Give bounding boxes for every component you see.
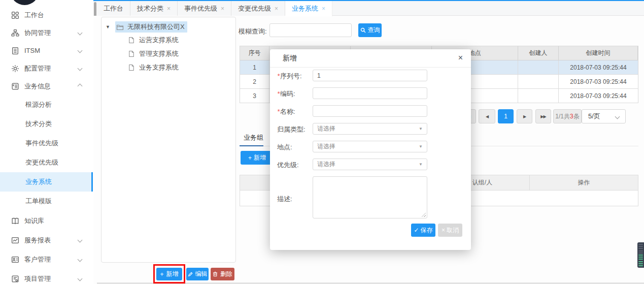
pagination-info: 1/1共3条: [553, 109, 582, 123]
plus-icon: +: [160, 271, 163, 278]
pagination-page-1[interactable]: 1: [498, 109, 514, 123]
tree-root-selected[interactable]: 无限科技有限公司X: [115, 21, 187, 33]
cell-creator: [518, 89, 559, 103]
search-button[interactable]: 查询: [358, 23, 382, 37]
desc-label: 描述:: [277, 195, 292, 204]
grid-icon: [11, 11, 19, 19]
close-icon[interactable]: ×: [275, 5, 278, 12]
tab-tech-category[interactable]: 技术分类 ×: [130, 1, 178, 16]
sidebar-item-label: ITSM: [24, 47, 40, 54]
page-size-select[interactable]: 5/页: [582, 109, 626, 123]
tree-node-mgmt-support[interactable]: 管理支撑系统: [128, 49, 179, 58]
save-button[interactable]: ✓ 保存: [411, 224, 435, 237]
count-number: 3: [570, 113, 573, 120]
required-asterisk: *: [277, 108, 280, 115]
sidebar-item-config[interactable]: 配置管理: [0, 59, 93, 77]
seq-input[interactable]: 1: [313, 70, 427, 81]
cell-seq: 3: [240, 89, 269, 103]
seq-value: 1: [317, 72, 321, 79]
file-icon: [128, 64, 135, 72]
desc-textarea[interactable]: [313, 176, 427, 218]
sidebar-subitem-incident-priority[interactable]: 事件优先级: [0, 134, 93, 153]
tree-node-business-support[interactable]: 业务支撑系统: [128, 63, 179, 72]
caret-down-icon: ▼: [419, 127, 423, 131]
priority-select[interactable]: 请选择 ▼: [313, 159, 427, 170]
sidebar-subitem-business-system[interactable]: 业务系统: [0, 172, 93, 192]
group-add-button[interactable]: + 新增: [241, 151, 274, 165]
name-input[interactable]: [313, 105, 427, 117]
list-icon: [11, 82, 19, 90]
cell-seq: 2: [240, 75, 269, 89]
count-prefix: 1/1共: [555, 112, 570, 121]
tab-workbench[interactable]: 工作台: [97, 1, 130, 16]
sidebar-item-project-mgmt[interactable]: 项目管理: [0, 270, 93, 284]
sidebar-subitem-ticket-template[interactable]: 工单模版: [0, 192, 93, 211]
tree-root-node[interactable]: ▼ 无限科技有限公司X: [106, 21, 187, 33]
chart-icon: [11, 236, 19, 244]
tab-incident-priority[interactable]: 事件优先级 ×: [178, 1, 231, 16]
sidebar-subitem-change-priority[interactable]: 变更优先级: [0, 153, 93, 172]
resize-handle-icon[interactable]: [421, 212, 426, 217]
folder-open-icon: [116, 23, 124, 31]
app-window: 工作台 协同管理 ITSM 配置管理: [0, 0, 644, 284]
tab-change-priority[interactable]: 变更优先级 ×: [231, 1, 285, 16]
count-suffix: 条: [573, 112, 580, 121]
tab-label: 事件优先级: [184, 4, 217, 13]
tree-node-operation-support[interactable]: 运营支撑系统: [128, 36, 179, 45]
label-text: 序列号:: [280, 72, 302, 80]
sidebar-item-label: 服务报表: [24, 236, 51, 245]
fuzzy-search-label: 模糊查询:: [239, 27, 267, 36]
sidebar-subitem-root-analysis[interactable]: 根源分析: [0, 95, 93, 114]
name-label: *名称:: [277, 107, 295, 116]
sidebar-item-customer-mgmt[interactable]: 客户管理: [0, 250, 93, 268]
sidebar-item-label: 协同管理: [24, 28, 51, 38]
close-icon[interactable]: ×: [221, 5, 224, 12]
select-placeholder: 请选择: [317, 160, 335, 169]
pagination-prev-button[interactable]: ◀: [479, 109, 495, 123]
chevron-down-icon: [78, 238, 83, 243]
close-icon[interactable]: ×: [167, 5, 171, 12]
search-button-label: 查询: [368, 26, 380, 35]
tree-delete-button[interactable]: 删除: [211, 268, 234, 280]
trash-icon: [213, 271, 218, 277]
sidebar-subitem-tech-category[interactable]: 技术分类: [0, 114, 93, 134]
subitem-label: 变更优先级: [25, 158, 58, 167]
pagination-next-button[interactable]: ▶: [517, 109, 532, 123]
tree-edit-button[interactable]: 编辑: [186, 268, 209, 280]
tab-label: 业务系统: [292, 4, 318, 13]
page-size-value: 5/页: [588, 112, 600, 121]
sidebar-item-label: 知识库: [24, 216, 44, 226]
page-number: 1: [504, 113, 507, 120]
required-asterisk: *: [277, 72, 280, 80]
sidebar-item-business-info[interactable]: 业务信息: [0, 77, 93, 95]
subitem-label: 业务系统: [25, 177, 52, 186]
close-icon[interactable]: ×: [322, 5, 325, 12]
tree-expander-icon[interactable]: ▼: [106, 24, 110, 29]
caret-down-icon: ▼: [419, 144, 423, 149]
cancel-button-label: 取消: [447, 226, 459, 235]
customer-icon: [11, 256, 19, 264]
close-icon[interactable]: ×: [458, 53, 463, 62]
col-creator: 创建人: [518, 46, 559, 60]
tree-add-button[interactable]: + 新增: [156, 268, 182, 280]
browser-extension-widget[interactable]: [637, 242, 644, 268]
sidebar-item-label: 业务信息: [24, 82, 51, 91]
type-select[interactable]: 请选择 ▼: [313, 123, 427, 135]
sidebar: 工作台 协同管理 ITSM 配置管理: [0, 0, 93, 284]
sidebar-item-knowledge-base[interactable]: 知识库: [0, 212, 93, 230]
dialog-header: 新增 ×: [270, 49, 471, 68]
file-icon: [128, 50, 135, 58]
pagination-last-button[interactable]: ▶▶: [535, 109, 551, 123]
sidebar-item-service-report[interactable]: 服务报表: [0, 231, 93, 249]
fuzzy-search-input[interactable]: [269, 23, 352, 37]
required-asterisk: *: [277, 90, 280, 98]
code-input[interactable]: [313, 87, 427, 99]
sidebar-item-collaboration[interactable]: 协同管理: [0, 24, 93, 42]
sidebar-item-workbench[interactable]: 工作台: [0, 6, 93, 24]
tab-business-system[interactable]: 业务系统 ×: [285, 1, 332, 16]
sidebar-item-itsm[interactable]: ITSM: [0, 42, 93, 59]
cell-created: 2018-07-03 09:25:44: [559, 60, 638, 75]
tab-business-group[interactable]: 业务组: [244, 133, 263, 142]
location-select[interactable]: 请选择 ▼: [313, 141, 427, 152]
cancel-button[interactable]: × 取消: [438, 224, 462, 237]
